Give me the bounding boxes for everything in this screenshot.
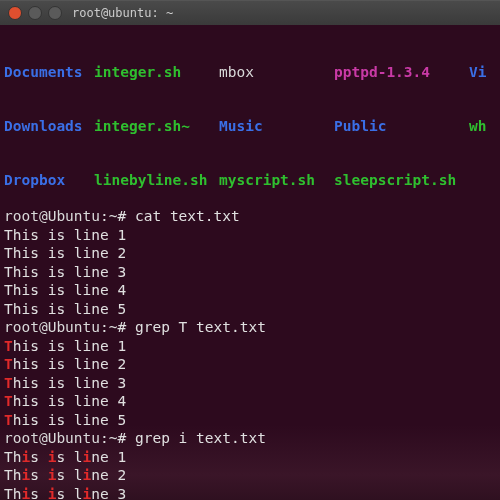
dir-item: Documents (4, 63, 94, 81)
output-line: This is line 3 (4, 263, 496, 282)
prompt-path: ~ (109, 208, 118, 224)
prompt-line: root@Ubuntu:~# grep i text.txt (4, 429, 496, 448)
output-line: This is line 2 (4, 355, 496, 374)
output-line: This is line 2 (4, 244, 496, 263)
dir-item: Dropbox (4, 171, 94, 189)
ls-row: Downloadsinteger.sh~MusicPublicwh (4, 117, 496, 135)
command-text: grep i text.txt (135, 430, 266, 446)
output-line: This is line 2 (4, 466, 496, 485)
prompt-user: root@Ubuntu (4, 208, 100, 224)
command-text: grep T text.txt (135, 319, 266, 335)
prompt-line: root@Ubuntu:~# cat text.txt (4, 207, 496, 226)
grep-match: i (21, 449, 30, 465)
output-line: This is line 5 (4, 411, 496, 430)
dir-item: Music (219, 117, 334, 135)
output-line: This is line 1 (4, 337, 496, 356)
archive-item: pptpd-1.3.4 (334, 63, 469, 81)
grep-match: i (21, 486, 30, 501)
terminal-output[interactable]: root@Ubuntu:~# cat text.txt This is line… (0, 207, 500, 500)
grep-match: T (4, 412, 13, 428)
grep-match: i (48, 486, 57, 501)
output-line: This is line 5 (4, 300, 496, 319)
exec-item: linebyline.sh (94, 171, 219, 189)
grep-match: T (4, 375, 13, 391)
output-line: This is line 3 (4, 485, 496, 501)
grep-match: i (83, 467, 92, 483)
output-line: This is line 4 (4, 392, 496, 411)
dir-item: Downloads (4, 117, 94, 135)
exec-item: sleepscript.sh (334, 171, 469, 189)
grep-match: i (48, 449, 57, 465)
ls-row: Dropboxlinebyline.shmyscript.shsleepscri… (4, 171, 496, 189)
exec-item: integer.sh~ (94, 117, 219, 135)
maximize-icon[interactable] (48, 6, 62, 20)
output-line: This is line 4 (4, 281, 496, 300)
ls-output: Documentsinteger.shmboxpptpd-1.3.4Vi Dow… (0, 25, 500, 207)
output-line: This is line 1 (4, 448, 496, 467)
output-line: This is line 1 (4, 226, 496, 245)
ls-row: Documentsinteger.shmboxpptpd-1.3.4Vi (4, 63, 496, 81)
window-title: root@ubuntu: ~ (72, 6, 173, 20)
grep-match: T (4, 338, 13, 354)
exec-item: myscript.sh (219, 171, 334, 189)
prompt-line: root@Ubuntu:~# grep T text.txt (4, 318, 496, 337)
grep-match: i (21, 467, 30, 483)
dir-item: Vi (469, 64, 486, 80)
close-icon[interactable] (8, 6, 22, 20)
minimize-icon[interactable] (28, 6, 42, 20)
output-line: This is line 3 (4, 374, 496, 393)
file-item: mbox (219, 63, 334, 81)
grep-match: i (48, 467, 57, 483)
command-text: cat text.txt (135, 208, 240, 224)
window-title-bar: root@ubuntu: ~ (0, 0, 500, 25)
exec-item: integer.sh (94, 63, 219, 81)
grep-match: T (4, 393, 13, 409)
grep-match: T (4, 356, 13, 372)
dir-item: Public (334, 117, 469, 135)
grep-match: i (83, 449, 92, 465)
exec-item: wh (469, 118, 486, 134)
grep-match: i (83, 486, 92, 501)
